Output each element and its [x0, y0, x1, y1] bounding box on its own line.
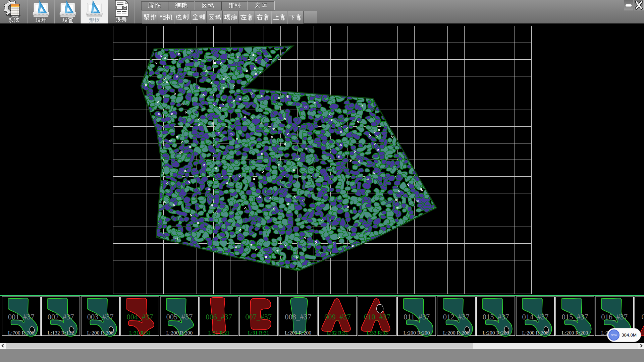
svg-text:L:32 R:31: L:32 R:31	[327, 330, 348, 336]
svg-text:L:200 R:200: L:200 R:200	[166, 330, 193, 336]
svg-text:L:200 R:200: L:200 R:200	[522, 330, 549, 336]
svg-text:L:700 R:700: L:700 R:700	[8, 330, 35, 336]
svg-text:011_#37: 011_#37	[404, 313, 430, 321]
svg-text:L:200 R:200: L:200 R:200	[483, 330, 509, 336]
svg-text:L:200 R:200: L:200 R:200	[443, 330, 470, 336]
svg-text:L:200 R:200: L:200 R:200	[87, 330, 114, 336]
svg-text:007_#37: 007_#37	[245, 313, 272, 321]
svg-text:L:200 R:200: L:200 R:200	[561, 330, 588, 336]
svg-text:L:31 R:31: L:31 R:31	[129, 330, 150, 336]
svg-text:015_#37: 015_#37	[561, 313, 588, 321]
svg-text:L:200 R:200: L:200 R:200	[404, 330, 430, 336]
svg-text:006_#37: 006_#37	[206, 313, 232, 321]
svg-text:016_#37: 016_#37	[601, 313, 628, 321]
svg-text:L:200 R:200: L:200 R:200	[285, 330, 311, 336]
svg-text:004_#37: 004_#37	[127, 313, 153, 321]
svg-text:L:132 R:132: L:132 R:132	[48, 330, 74, 336]
svg-text:002_#37: 002_#37	[48, 313, 74, 321]
svg-text:005_#37: 005_#37	[166, 313, 193, 321]
svg-text:012_#37: 012_#37	[443, 313, 470, 321]
svg-text:008_#37: 008_#37	[285, 313, 311, 321]
svg-text:L:21 R:21: L:21 R:21	[208, 330, 229, 336]
svg-text:001_#37: 001_#37	[8, 313, 35, 321]
svg-text:01: 01	[641, 312, 644, 321]
svg-text:009_#37: 009_#37	[324, 313, 351, 321]
svg-text:L:31 R:31: L:31 R:31	[248, 330, 269, 336]
svg-text:L:33 R:33: L:33 R:33	[367, 330, 388, 336]
svg-text:010_#37: 010_#37	[364, 313, 390, 321]
svg-text:013_#37: 013_#37	[483, 313, 509, 321]
svg-text:003_#37: 003_#37	[87, 313, 114, 321]
svg-text:014_#37: 014_#37	[522, 313, 549, 321]
